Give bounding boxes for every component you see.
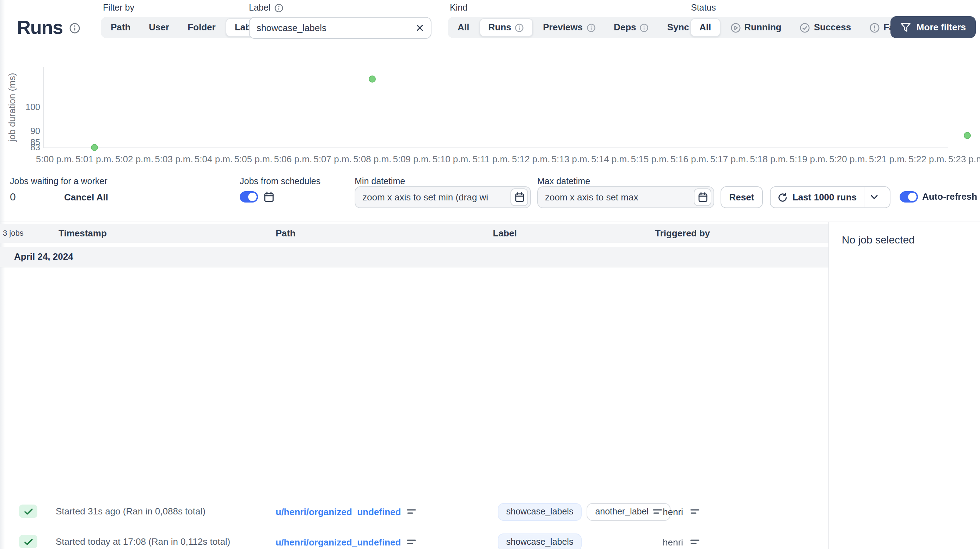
run-path-cell: u/henri/organized_undefined bbox=[276, 498, 415, 526]
y-tick-label: 83 bbox=[0, 142, 40, 153]
triggered-by-user: henri bbox=[663, 506, 683, 517]
page-title-wrap: Runs bbox=[17, 17, 80, 39]
filter-by-path[interactable]: Path bbox=[102, 18, 139, 37]
x-tick-label: 5:16 p.m. bbox=[670, 154, 709, 164]
page-title: Runs bbox=[17, 17, 63, 39]
info-icon[interactable] bbox=[274, 3, 283, 12]
label-search-input[interactable]: showcase_labels bbox=[249, 17, 431, 39]
run-timestamp: Started 31s ago (Ran in 0,088s total) bbox=[56, 506, 205, 517]
path-filter-icon[interactable] bbox=[406, 508, 415, 515]
col-label: Label bbox=[493, 224, 517, 243]
alert-circle-icon bbox=[869, 22, 880, 33]
runs-page: Runs Filter by Path User Folder Label La… bbox=[0, 0, 980, 549]
kind-group: All Runs Previews Deps Sync bbox=[448, 17, 712, 38]
info-icon[interactable] bbox=[69, 22, 80, 34]
triggered-by-user: henri bbox=[663, 537, 683, 547]
refresh-icon bbox=[778, 192, 788, 202]
runs-controls-row: Jobs waiting for a worker 0 Cancel All J… bbox=[0, 172, 980, 222]
play-circle-icon bbox=[730, 22, 741, 33]
success-status-icon bbox=[19, 535, 37, 548]
filter-toolbar: Runs Filter by Path User Folder Label La… bbox=[0, 0, 980, 49]
table-row[interactable]: Started today at 17:08 (Ran in 0,112s to… bbox=[0, 528, 829, 549]
x-tick-label: 5:02 p.m. bbox=[115, 154, 153, 164]
path-filter-icon[interactable] bbox=[406, 538, 415, 546]
cancel-all-button[interactable]: Cancel All bbox=[60, 191, 113, 203]
jobs-count: 3 jobs bbox=[3, 224, 24, 243]
chart-y-axis bbox=[43, 67, 44, 147]
reset-button[interactable]: Reset bbox=[721, 186, 763, 208]
user-filter-icon[interactable] bbox=[690, 538, 699, 546]
x-tick-label: 5:23 p.m. bbox=[948, 154, 980, 164]
clear-icon[interactable] bbox=[416, 24, 424, 32]
auto-refresh-toggle[interactable] bbox=[900, 191, 918, 203]
run-path-link[interactable]: u/henri/organized_undefined bbox=[276, 506, 401, 517]
x-tick-label: 5:13 p.m. bbox=[552, 154, 590, 164]
x-tick-label: 5:06 p.m. bbox=[274, 154, 312, 164]
user-filter-icon[interactable] bbox=[690, 508, 699, 515]
funnel-icon bbox=[900, 22, 911, 32]
jobs-from-schedules-label: Jobs from schedules bbox=[240, 176, 320, 186]
kind-previews[interactable]: Previews bbox=[535, 18, 604, 37]
status-all[interactable]: All bbox=[690, 18, 720, 37]
run-timestamp: Started today at 17:08 (Ran in 0,112s to… bbox=[56, 536, 230, 547]
last-runs-dropdown[interactable] bbox=[864, 187, 884, 207]
col-timestamp: Timestamp bbox=[59, 224, 107, 243]
x-tick-label: 5:19 p.m. bbox=[790, 154, 828, 164]
chart-x-axis bbox=[43, 147, 948, 148]
label-filter-icon[interactable] bbox=[653, 508, 662, 515]
filter-by-group: Path User Folder Label bbox=[101, 17, 269, 38]
auto-refresh-label: Auto-refresh bbox=[922, 191, 977, 202]
table-row[interactable]: Started 31s ago (Ran in 0,088s total) u/… bbox=[0, 498, 829, 526]
last-runs-button[interactable]: Last 1000 runs bbox=[770, 186, 891, 208]
jobs-from-schedules-toggle[interactable] bbox=[240, 191, 258, 203]
min-datetime-label: Min datetime bbox=[355, 176, 405, 186]
runs-duration-chart[interactable]: job duration (ms) 100908583 5:00 p.m.5:0… bbox=[0, 49, 980, 172]
status-label: Status bbox=[691, 3, 716, 13]
max-datetime-label: Max datetime bbox=[537, 176, 590, 186]
x-tick-label: 5:08 p.m. bbox=[353, 154, 391, 164]
kind-deps[interactable]: Deps bbox=[605, 18, 657, 37]
filter-by-user[interactable]: User bbox=[140, 18, 178, 37]
more-filters-button[interactable]: More filters bbox=[891, 16, 976, 38]
filter-by-folder[interactable]: Folder bbox=[179, 18, 224, 37]
x-tick-label: 5:04 p.m. bbox=[194, 154, 233, 164]
x-tick-label: 5:22 p.m. bbox=[908, 154, 947, 164]
info-icon[interactable] bbox=[586, 23, 595, 32]
run-labels-cell: showcase_labels bbox=[498, 528, 582, 549]
run-path-cell: u/henri/organized_undefined bbox=[276, 528, 415, 549]
info-icon[interactable] bbox=[640, 23, 649, 32]
x-tick-label: 5:14 p.m. bbox=[591, 154, 629, 164]
calendar-icon[interactable] bbox=[694, 188, 711, 206]
x-tick-label: 5:03 p.m. bbox=[155, 154, 193, 164]
check-circle-icon bbox=[800, 22, 810, 33]
run-path-link[interactable]: u/henri/organized_undefined bbox=[276, 537, 401, 547]
kind-runs[interactable]: Runs bbox=[479, 18, 533, 37]
min-datetime-input[interactable]: zoom x axis to set min (drag wi bbox=[355, 186, 531, 208]
y-tick-label: 100 bbox=[0, 102, 40, 113]
run-data-point[interactable] bbox=[369, 75, 376, 83]
chevron-down-icon bbox=[871, 195, 878, 200]
x-tick-label: 5:12 p.m. bbox=[512, 154, 550, 164]
x-tick-label: 5:01 p.m. bbox=[75, 154, 113, 164]
run-data-point[interactable] bbox=[91, 144, 99, 151]
schedule-calendar-icon[interactable] bbox=[264, 191, 274, 203]
label-badge[interactable]: showcase_labels bbox=[498, 533, 582, 549]
run-data-point[interactable] bbox=[964, 132, 971, 139]
calendar-icon[interactable] bbox=[511, 188, 528, 206]
max-datetime-input[interactable]: zoom x axis to set max bbox=[537, 186, 714, 208]
col-triggered-by: Triggered by bbox=[655, 224, 710, 243]
kind-all[interactable]: All bbox=[449, 18, 478, 37]
x-tick-label: 5:10 p.m. bbox=[433, 154, 471, 164]
status-success[interactable]: Success bbox=[791, 18, 860, 37]
x-tick-label: 5:09 p.m. bbox=[393, 154, 431, 164]
status-running[interactable]: Running bbox=[722, 18, 790, 37]
info-icon[interactable] bbox=[515, 23, 524, 32]
run-triggered-cell: henri bbox=[663, 528, 699, 549]
table-header: 3 jobs Timestamp Path Label Triggered by bbox=[0, 224, 829, 243]
x-tick-label: 5:05 p.m. bbox=[234, 154, 272, 164]
label-badge[interactable]: showcase_labels bbox=[498, 503, 582, 520]
x-tick-label: 5:18 p.m. bbox=[750, 154, 788, 164]
label-badge[interactable]: another_label bbox=[587, 503, 670, 520]
run-triggered-cell: henri bbox=[663, 498, 699, 526]
kind-label: Kind bbox=[450, 3, 468, 13]
